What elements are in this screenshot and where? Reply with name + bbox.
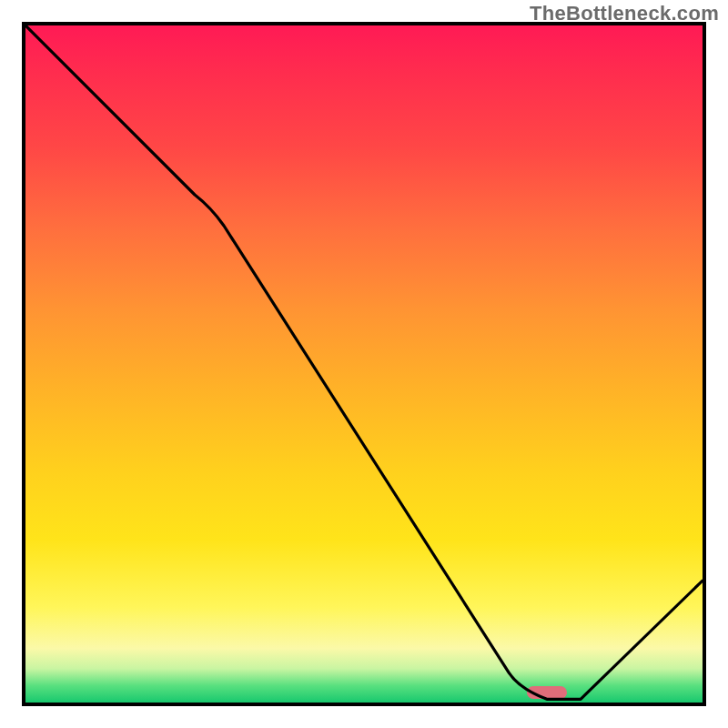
bottleneck-curve <box>25 25 703 703</box>
chart-frame: TheBottleneck.com <box>0 0 728 728</box>
watermark-text: TheBottleneck.com <box>530 2 719 25</box>
plot-area <box>22 22 706 706</box>
